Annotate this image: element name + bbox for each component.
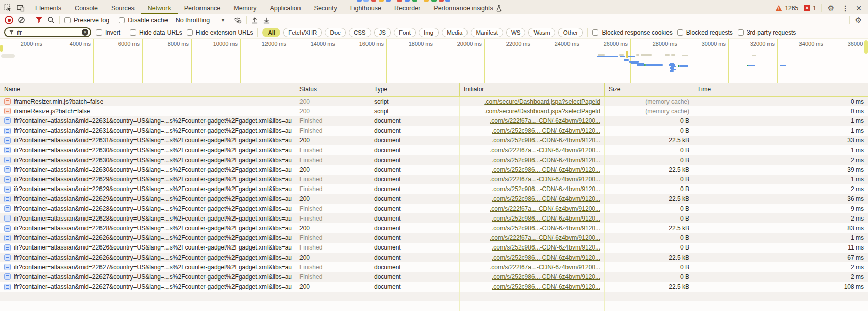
cell-size[interactable]: 0 B — [605, 155, 693, 165]
cell-initiator[interactable]: .com/secure/Dashboard.jspa?selectPageId — [460, 106, 605, 116]
table-row[interactable]: ifr?container=atlassian&mid=22629&countr… — [0, 175, 868, 184]
cell-type[interactable]: document — [370, 262, 460, 272]
cell-time[interactable]: 2 ms — [693, 272, 868, 282]
cell-time[interactable]: 83 ms — [693, 223, 868, 233]
cell-initiator[interactable]: .com/s/222f67a...-CDN/-6z4bvm/91200... — [460, 262, 605, 272]
table-row[interactable]: iframeResizer.min.js?batch=false200scrip… — [0, 97, 868, 106]
hide-extension-urls-checkbox[interactable]: Hide extension URLs — [187, 29, 253, 36]
table-row[interactable]: iframeResize.js?batch=false200script.com… — [0, 106, 868, 116]
cell-name[interactable]: ifr?container=atlassian&mid=22631&countr… — [0, 116, 295, 126]
third-party-requests-checkbox[interactable]: 3rd-party requests — [738, 29, 796, 36]
cell-type[interactable]: document — [370, 282, 460, 292]
cell-initiator[interactable]: .com/s/222f67a...-CDN/-6z4bvm/91200... — [460, 116, 605, 126]
initiator-link[interactable]: .com/s/222f67a...-CDN/-6z4bvm/91200... — [490, 117, 600, 125]
console-warnings-badge[interactable]: 1265 — [775, 5, 798, 12]
filter-pill-css[interactable]: CSS — [349, 28, 371, 37]
tab-application[interactable]: Application — [263, 2, 307, 14]
cell-time[interactable]: 1 ms — [693, 233, 868, 243]
checkbox[interactable] — [187, 29, 193, 36]
cell-status[interactable]: Finished — [295, 126, 370, 136]
cell-status[interactable]: Finished — [295, 272, 370, 282]
column-header-size[interactable]: Size — [605, 83, 693, 96]
cell-initiator[interactable]: .com/s/252c986...-CDN/-6z4bvm/9120... — [460, 243, 605, 253]
import-har-icon[interactable] — [251, 17, 258, 24]
cell-status[interactable]: Finished — [295, 204, 370, 213]
cell-initiator[interactable]: .com/s/252c986...-CDN/-6z4bvm/9120... — [460, 155, 605, 165]
table-row[interactable]: ifr?container=atlassian&mid=22630&countr… — [0, 155, 868, 165]
cell-type[interactable]: document — [370, 204, 460, 213]
cell-name[interactable]: ifr?container=atlassian&mid=22626&countr… — [0, 243, 295, 253]
tab-lighthouse[interactable]: Lighthouse — [344, 2, 388, 14]
cell-size[interactable]: 0 B — [605, 126, 693, 136]
cell-type[interactable]: document — [370, 253, 460, 262]
table-row[interactable]: ifr?container=atlassian&mid=22629&countr… — [0, 184, 868, 194]
cell-initiator[interactable]: .com/s/222f67a...-CDN/-6z4bvm/91200... — [460, 175, 605, 184]
cell-type[interactable]: script — [370, 97, 460, 106]
tab-performance[interactable]: Performance — [178, 2, 227, 14]
kebab-menu-icon[interactable]: ⋮ — [841, 5, 850, 12]
cell-name[interactable]: ifr?container=atlassian&mid=22628&countr… — [0, 204, 295, 213]
table-row[interactable]: ifr?container=atlassian&mid=22626&countr… — [0, 233, 868, 243]
cell-time[interactable]: 9 ms — [693, 204, 868, 213]
cell-time[interactable]: 33 ms — [693, 136, 868, 145]
cell-type[interactable]: document — [370, 126, 460, 136]
blocked-requests-checkbox[interactable]: Blocked requests — [677, 29, 733, 36]
cell-type[interactable]: document — [370, 175, 460, 184]
network-overview-timeline[interactable]: 2000 ms4000 ms6000 ms8000 ms10000 ms1200… — [0, 39, 868, 83]
cell-status[interactable]: 200 — [295, 136, 370, 145]
table-row[interactable]: ifr?container=atlassian&mid=22631&countr… — [0, 116, 868, 126]
cell-size[interactable]: 0 B — [605, 213, 693, 223]
cell-status[interactable]: Finished — [295, 233, 370, 243]
cell-time[interactable]: 36 ms — [693, 194, 868, 204]
filter-pill-media[interactable]: Media — [442, 28, 468, 37]
tab-elements[interactable]: Elements — [28, 2, 68, 14]
table-row[interactable]: ifr?container=atlassian&mid=22626&countr… — [0, 253, 868, 262]
cell-time[interactable]: 1 ms — [693, 126, 868, 136]
column-header-status[interactable]: Status — [295, 83, 370, 96]
cell-name[interactable]: iframeResize.js?batch=false — [0, 106, 295, 116]
cell-time[interactable]: 2 ms — [693, 262, 868, 272]
checkbox[interactable] — [738, 29, 744, 36]
checkbox[interactable] — [96, 29, 102, 36]
cell-time[interactable]: 0 ms — [693, 106, 868, 116]
cell-status[interactable]: 200 — [295, 194, 370, 204]
tab-console[interactable]: Console — [68, 2, 105, 14]
overview-scroll-pill[interactable] — [1, 54, 15, 58]
initiator-link[interactable]: .com/secure/Dashboard.jspa?selectPageId — [484, 108, 600, 115]
cell-name[interactable]: ifr?container=atlassian&mid=22630&countr… — [0, 145, 295, 155]
tab-sources[interactable]: Sources — [105, 2, 141, 14]
initiator-link[interactable]: .com/s/222f67a...-CDN/-6z4bvm/91200... — [490, 147, 600, 154]
tab-network[interactable]: Network — [141, 2, 178, 14]
table-row[interactable]: ifr?container=atlassian&mid=22631&countr… — [0, 136, 868, 145]
export-har-icon[interactable] — [263, 17, 270, 24]
cell-name[interactable]: ifr?container=atlassian&mid=22626&countr… — [0, 253, 295, 262]
cell-size[interactable]: 0 B — [605, 243, 693, 253]
initiator-link[interactable]: .com/s/222f67a...-CDN/-6z4bvm/91200... — [490, 234, 600, 241]
cell-type[interactable]: document — [370, 165, 460, 174]
initiator-link[interactable]: .com/s/252c986...-CDN/-6z4bvm/9120... — [492, 166, 600, 173]
cell-size[interactable]: 22.5 kB — [605, 223, 693, 233]
cell-status[interactable]: 200 — [295, 106, 370, 116]
cell-status[interactable]: Finished — [295, 262, 370, 272]
initiator-link[interactable]: .com/s/252c986...-CDN/-6z4bvm/9120... — [492, 127, 600, 134]
cell-time[interactable]: 1 ms — [693, 175, 868, 184]
cell-status[interactable]: Finished — [295, 145, 370, 155]
cell-initiator[interactable]: .com/s/252c986...-CDN/-6z4bvm/9120... — [460, 272, 605, 282]
search-icon[interactable] — [47, 16, 55, 24]
cell-initiator[interactable]: .com/s/252c986...-CDN/-6z4bvm/9120... — [460, 223, 605, 233]
settings-gear-icon[interactable]: ⚙ — [827, 4, 836, 12]
initiator-link[interactable]: .com/s/252c986...-CDN/-6z4bvm/9120... — [492, 225, 600, 232]
cell-name[interactable]: ifr?container=atlassian&mid=22630&countr… — [0, 165, 295, 174]
cell-name[interactable]: ifr?container=atlassian&mid=22626&countr… — [0, 233, 295, 243]
inspect-element-icon[interactable] — [4, 4, 12, 12]
cell-type[interactable]: document — [370, 145, 460, 155]
table-row[interactable]: ifr?container=atlassian&mid=22631&countr… — [0, 126, 868, 136]
close-devtools-icon[interactable]: ✕ — [855, 5, 863, 12]
cell-time[interactable]: 0 ms — [693, 97, 868, 106]
clear-filter-icon[interactable]: ✕ — [82, 29, 88, 36]
throttling-dropdown[interactable]: No throttling ▼ — [176, 17, 225, 24]
cell-size[interactable]: 0 B — [605, 233, 693, 243]
cell-time[interactable]: 1 ms — [693, 116, 868, 126]
table-row[interactable]: ifr?container=atlassian&mid=22628&countr… — [0, 204, 868, 213]
cell-size[interactable]: 0 B — [605, 175, 693, 184]
